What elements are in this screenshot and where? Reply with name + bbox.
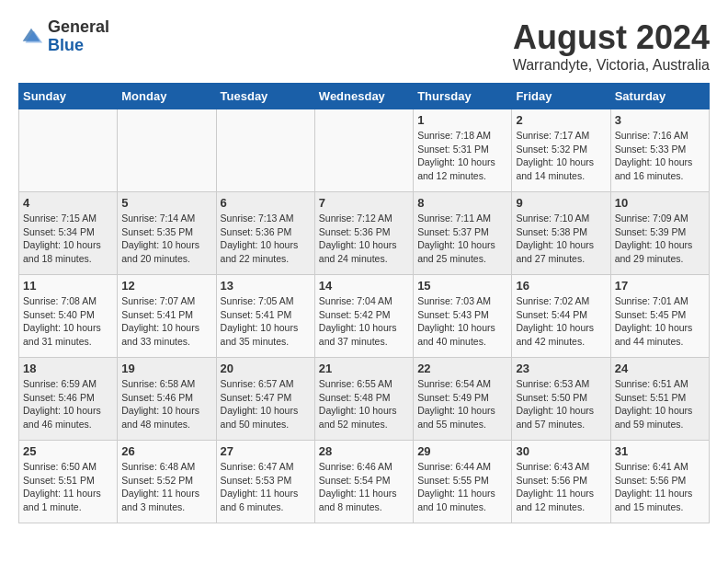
calendar-cell: 28Sunrise: 6:46 AM Sunset: 5:54 PM Dayli… <box>314 441 413 523</box>
weekday-header-tuesday: Tuesday <box>216 84 314 109</box>
day-info: Sunrise: 7:14 AM Sunset: 5:35 PM Dayligh… <box>121 212 211 266</box>
day-info: Sunrise: 7:02 AM Sunset: 5:44 PM Dayligh… <box>516 294 606 349</box>
weekday-header-monday: Monday <box>118 84 216 109</box>
calendar-cell: 31Sunrise: 6:41 AM Sunset: 5:56 PM Dayli… <box>610 441 709 523</box>
day-info: Sunrise: 6:41 AM Sunset: 5:56 PM Dayligh… <box>615 460 705 514</box>
day-info: Sunrise: 6:59 AM Sunset: 5:46 PM Dayligh… <box>23 377 113 431</box>
calendar-cell <box>118 109 216 192</box>
calendar-cell <box>216 109 314 192</box>
day-info: Sunrise: 7:09 AM Sunset: 5:39 PM Dayligh… <box>615 212 705 266</box>
calendar-cell: 13Sunrise: 7:05 AM Sunset: 5:41 PM Dayli… <box>216 275 314 358</box>
calendar-cell: 2Sunrise: 7:17 AM Sunset: 5:32 PM Daylig… <box>512 109 610 192</box>
weekday-header-friday: Friday <box>512 84 610 109</box>
day-number: 30 <box>516 444 606 458</box>
calendar-cell: 9Sunrise: 7:10 AM Sunset: 5:38 PM Daylig… <box>512 192 610 275</box>
day-info: Sunrise: 7:10 AM Sunset: 5:38 PM Dayligh… <box>516 212 606 266</box>
day-info: Sunrise: 6:43 AM Sunset: 5:56 PM Dayligh… <box>516 460 606 514</box>
day-number: 9 <box>516 196 606 210</box>
day-info: Sunrise: 7:05 AM Sunset: 5:41 PM Dayligh… <box>221 294 311 349</box>
weekday-header-sunday: Sunday <box>19 84 118 109</box>
day-info: Sunrise: 7:01 AM Sunset: 5:45 PM Dayligh… <box>615 294 705 349</box>
calendar-cell: 3Sunrise: 7:16 AM Sunset: 5:33 PM Daylig… <box>610 109 709 192</box>
page-header: General Blue August 2024 Warrandyte, Vic… <box>18 18 710 74</box>
logo-blue: Blue <box>48 37 109 55</box>
day-number: 22 <box>417 362 507 375</box>
day-number: 18 <box>23 362 113 375</box>
calendar-cell: 19Sunrise: 6:58 AM Sunset: 5:46 PM Dayli… <box>118 358 216 441</box>
day-number: 21 <box>319 362 409 375</box>
day-number: 10 <box>615 196 705 210</box>
day-number: 19 <box>121 362 211 375</box>
day-info: Sunrise: 7:08 AM Sunset: 5:40 PM Dayligh… <box>23 294 113 349</box>
day-number: 17 <box>615 279 705 293</box>
day-info: Sunrise: 6:53 AM Sunset: 5:50 PM Dayligh… <box>516 377 606 431</box>
day-info: Sunrise: 6:50 AM Sunset: 5:51 PM Dayligh… <box>23 460 113 514</box>
calendar-cell <box>314 109 413 192</box>
day-info: Sunrise: 7:03 AM Sunset: 5:43 PM Dayligh… <box>417 294 507 349</box>
calendar-cell: 12Sunrise: 7:07 AM Sunset: 5:41 PM Dayli… <box>118 275 216 358</box>
day-number: 3 <box>615 113 705 127</box>
day-info: Sunrise: 7:15 AM Sunset: 5:34 PM Dayligh… <box>23 212 113 266</box>
day-number: 16 <box>516 279 606 293</box>
calendar-cell: 21Sunrise: 6:55 AM Sunset: 5:48 PM Dayli… <box>314 358 413 441</box>
calendar-cell: 20Sunrise: 6:57 AM Sunset: 5:47 PM Dayli… <box>216 358 314 441</box>
day-info: Sunrise: 6:51 AM Sunset: 5:51 PM Dayligh… <box>615 377 705 431</box>
logo-icon <box>18 24 44 50</box>
day-number: 26 <box>121 444 211 458</box>
day-info: Sunrise: 7:12 AM Sunset: 5:36 PM Dayligh… <box>319 212 409 266</box>
day-number: 31 <box>615 444 705 458</box>
day-number: 23 <box>516 362 606 375</box>
day-info: Sunrise: 6:48 AM Sunset: 5:52 PM Dayligh… <box>121 460 211 514</box>
day-number: 29 <box>417 444 507 458</box>
day-info: Sunrise: 7:07 AM Sunset: 5:41 PM Dayligh… <box>121 294 211 349</box>
day-info: Sunrise: 7:17 AM Sunset: 5:32 PM Dayligh… <box>516 129 606 183</box>
day-number: 14 <box>319 279 409 293</box>
weekday-header-wednesday: Wednesday <box>314 84 413 109</box>
day-number: 7 <box>319 196 409 210</box>
weekday-header-thursday: Thursday <box>414 84 512 109</box>
calendar-cell: 24Sunrise: 6:51 AM Sunset: 5:51 PM Dayli… <box>610 358 709 441</box>
day-number: 2 <box>516 113 606 127</box>
calendar-cell: 6Sunrise: 7:13 AM Sunset: 5:36 PM Daylig… <box>216 192 314 275</box>
day-info: Sunrise: 6:57 AM Sunset: 5:47 PM Dayligh… <box>221 377 311 431</box>
day-number: 13 <box>221 279 311 293</box>
week-row-4: 18Sunrise: 6:59 AM Sunset: 5:46 PM Dayli… <box>19 358 710 441</box>
calendar-cell: 30Sunrise: 6:43 AM Sunset: 5:56 PM Dayli… <box>512 441 610 523</box>
day-info: Sunrise: 6:54 AM Sunset: 5:49 PM Dayligh… <box>417 377 507 431</box>
calendar-cell: 7Sunrise: 7:12 AM Sunset: 5:36 PM Daylig… <box>314 192 413 275</box>
logo-general: General <box>48 18 109 37</box>
day-number: 4 <box>23 196 113 210</box>
week-row-3: 11Sunrise: 7:08 AM Sunset: 5:40 PM Dayli… <box>19 275 710 358</box>
calendar-cell: 5Sunrise: 7:14 AM Sunset: 5:35 PM Daylig… <box>118 192 216 275</box>
week-row-5: 25Sunrise: 6:50 AM Sunset: 5:51 PM Dayli… <box>19 441 710 523</box>
day-number: 11 <box>23 279 113 293</box>
calendar-cell: 14Sunrise: 7:04 AM Sunset: 5:42 PM Dayli… <box>314 275 413 358</box>
week-row-1: 1Sunrise: 7:18 AM Sunset: 5:31 PM Daylig… <box>19 109 710 192</box>
calendar-cell: 18Sunrise: 6:59 AM Sunset: 5:46 PM Dayli… <box>19 358 118 441</box>
logo: General Blue <box>18 18 109 55</box>
calendar-cell: 15Sunrise: 7:03 AM Sunset: 5:43 PM Dayli… <box>414 275 512 358</box>
calendar-cell: 22Sunrise: 6:54 AM Sunset: 5:49 PM Dayli… <box>414 358 512 441</box>
day-number: 27 <box>221 444 311 458</box>
day-info: Sunrise: 6:58 AM Sunset: 5:46 PM Dayligh… <box>121 377 211 431</box>
day-number: 24 <box>615 362 705 375</box>
day-info: Sunrise: 7:18 AM Sunset: 5:31 PM Dayligh… <box>417 129 507 183</box>
day-info: Sunrise: 7:16 AM Sunset: 5:33 PM Dayligh… <box>615 129 705 183</box>
calendar-cell: 17Sunrise: 7:01 AM Sunset: 5:45 PM Dayli… <box>610 275 709 358</box>
day-info: Sunrise: 6:47 AM Sunset: 5:53 PM Dayligh… <box>221 460 311 514</box>
day-number: 8 <box>417 196 507 210</box>
month-title: August 2024 <box>513 18 710 57</box>
calendar-cell: 1Sunrise: 7:18 AM Sunset: 5:31 PM Daylig… <box>414 109 512 192</box>
day-number: 25 <box>23 444 113 458</box>
calendar-cell <box>19 109 118 192</box>
calendar-cell: 11Sunrise: 7:08 AM Sunset: 5:40 PM Dayli… <box>19 275 118 358</box>
day-number: 6 <box>221 196 311 210</box>
day-info: Sunrise: 6:46 AM Sunset: 5:54 PM Dayligh… <box>319 460 409 514</box>
calendar-table: SundayMondayTuesdayWednesdayThursdayFrid… <box>18 83 710 523</box>
day-info: Sunrise: 7:04 AM Sunset: 5:42 PM Dayligh… <box>319 294 409 349</box>
calendar-cell: 8Sunrise: 7:11 AM Sunset: 5:37 PM Daylig… <box>414 192 512 275</box>
day-number: 1 <box>417 113 507 127</box>
title-block: August 2024 Warrandyte, Victoria, Austra… <box>513 18 710 74</box>
day-info: Sunrise: 6:44 AM Sunset: 5:55 PM Dayligh… <box>417 460 507 514</box>
day-number: 20 <box>221 362 311 375</box>
